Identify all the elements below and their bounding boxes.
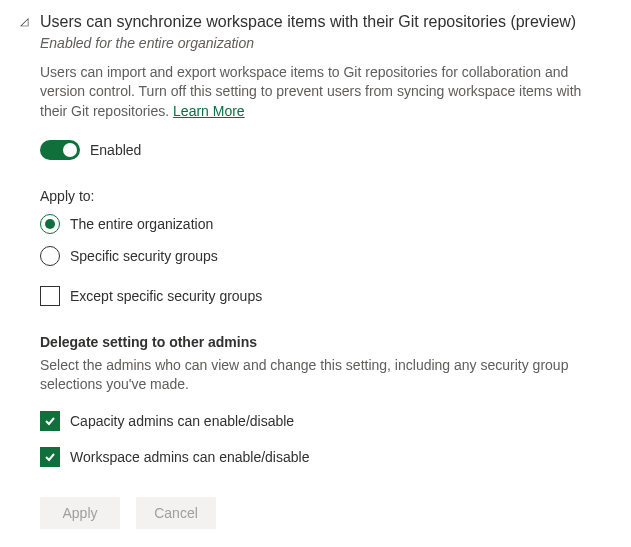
checkbox-workspace-admins[interactable]: Workspace admins can enable/disable: [40, 447, 611, 467]
delegate-description: Select the admins who can view and chang…: [40, 356, 611, 395]
toggle-label: Enabled: [90, 142, 141, 158]
checkbox-except-groups[interactable]: Except specific security groups: [40, 286, 611, 306]
cancel-button[interactable]: Cancel: [136, 497, 216, 529]
setting-description: Users can import and export workspace it…: [40, 63, 611, 122]
checkbox-label: Capacity admins can enable/disable: [70, 413, 294, 429]
checkbox-capacity-admins[interactable]: Capacity admins can enable/disable: [40, 411, 611, 431]
radio-icon: [40, 214, 60, 234]
checkbox-icon: [40, 286, 60, 306]
radio-label: The entire organization: [70, 216, 213, 232]
radio-icon: [40, 246, 60, 266]
setting-subtitle: Enabled for the entire organization: [40, 35, 611, 51]
checkbox-label: Workspace admins can enable/disable: [70, 449, 309, 465]
checkbox-icon: [40, 411, 60, 431]
apply-to-label: Apply to:: [40, 188, 611, 204]
radio-specific-security-groups[interactable]: Specific security groups: [40, 246, 611, 266]
apply-button[interactable]: Apply: [40, 497, 120, 529]
delegate-title: Delegate setting to other admins: [40, 334, 611, 350]
checkbox-label: Except specific security groups: [70, 288, 262, 304]
learn-more-link[interactable]: Learn More: [173, 103, 245, 119]
toggle-knob: [63, 143, 77, 157]
setting-title: Users can synchronize workspace items wi…: [40, 12, 611, 33]
radio-label: Specific security groups: [70, 248, 218, 264]
checkbox-icon: [40, 447, 60, 467]
radio-entire-organization[interactable]: The entire organization: [40, 214, 611, 234]
collapse-icon[interactable]: ◿: [20, 15, 32, 28]
enabled-toggle[interactable]: [40, 140, 80, 160]
description-text: Users can import and export workspace it…: [40, 64, 581, 119]
